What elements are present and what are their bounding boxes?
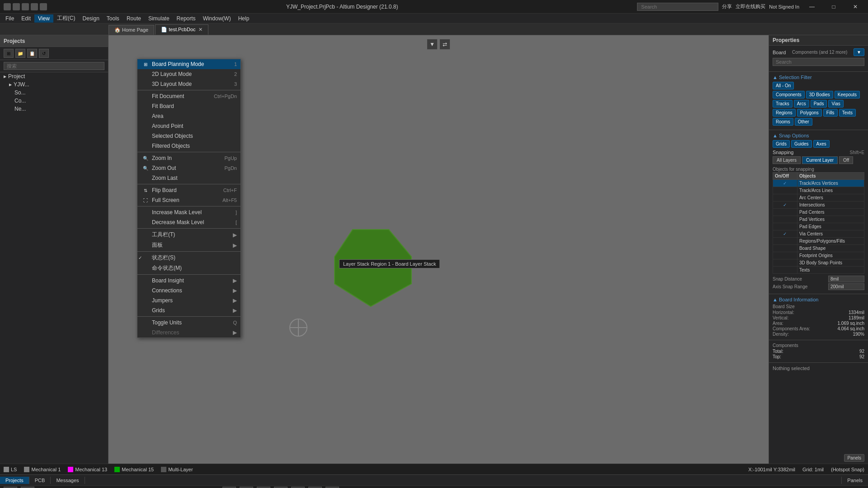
filter-keepouts[interactable]: Keepouts	[835, 91, 860, 99]
filter-btn[interactable]: ▼	[427, 39, 438, 50]
close-button[interactable]: ✕	[846, 0, 864, 14]
filter-other[interactable]: Other	[795, 118, 812, 126]
filter-rooms[interactable]: Rooms	[773, 118, 793, 126]
snap-check-7[interactable]: ✓	[773, 230, 797, 238]
dd-around-point[interactable]: Around Point	[137, 121, 241, 131]
snap-dist-input[interactable]	[828, 276, 864, 282]
dd-zoom-last[interactable]: Zoom Last	[137, 173, 241, 183]
menu-simulate[interactable]: Simulate	[145, 14, 173, 23]
dd-connections[interactable]: Connections ▶	[137, 286, 241, 296]
tab-home-page[interactable]: 🏠 Home Page	[108, 25, 154, 35]
dd-fit-document[interactable]: Fit Document Ctrl+PgDn	[137, 91, 241, 101]
panels-bottom-btn[interactable]: Panels	[841, 477, 868, 484]
dd-increase-mask[interactable]: Increase Mask Level ]	[137, 207, 241, 217]
dd-board-insight[interactable]: Board Insight ▶	[137, 276, 241, 286]
taskbar-btn-5[interactable]: 🌐	[291, 487, 305, 488]
menu-tools[interactable]: Tools	[103, 14, 123, 23]
taskbar-btn-7[interactable]: 📝	[326, 487, 339, 488]
sidebar-btn-2[interactable]: 📁	[15, 49, 25, 58]
dd-grids[interactable]: Grids ▶	[137, 305, 241, 315]
tree-item-co[interactable]: Co...	[0, 97, 108, 105]
snap-table-row[interactable]: Track/Arcs Lines	[773, 187, 864, 194]
tree-item-so[interactable]: So...	[0, 89, 108, 97]
snap-table-row[interactable]: Arc Centers	[773, 194, 864, 202]
flip-btn[interactable]: ⇄	[439, 39, 450, 50]
dd-filtered-objects[interactable]: Filtered Objects	[137, 141, 241, 151]
snap-check-5[interactable]	[773, 216, 797, 223]
dd-2d-layout[interactable]: 2D Layout Mode 2	[137, 69, 241, 79]
axis-snap-input[interactable]	[828, 283, 864, 290]
minimize-button[interactable]: —	[803, 0, 821, 14]
tab-pcb-close[interactable]: ✕	[198, 27, 203, 33]
dd-fit-board[interactable]: Fit Board	[137, 101, 241, 111]
dd-flip-board[interactable]: ⇅ Flip Board Ctrl+F	[137, 185, 241, 195]
menu-file[interactable]: File	[2, 14, 18, 23]
snap-off[interactable]: Off	[839, 156, 853, 164]
dd-status-bar[interactable]: 状态栏(S)	[137, 253, 241, 263]
dd-toggle-units[interactable]: Toggle Units Q	[137, 318, 241, 328]
sidebar-btn-1[interactable]: ⊞	[4, 49, 14, 58]
taskbar-btn-1[interactable]: ⊟	[222, 487, 236, 488]
properties-search[interactable]	[773, 58, 864, 66]
dd-full-screen[interactable]: ⛶ Full Screen Alt+F5	[137, 195, 241, 205]
not-signed-in[interactable]: Not Signed In	[769, 4, 799, 9]
snap-check-3[interactable]: ✓	[773, 202, 797, 209]
filter-tracks[interactable]: Tracks	[773, 100, 793, 108]
maximize-button[interactable]: □	[825, 0, 843, 14]
snap-table-row[interactable]: Regions/Polygons/Fills	[773, 238, 864, 245]
snap-table-row[interactable]: Footprint Origins	[773, 252, 864, 259]
tree-item-project[interactable]: ▶ Project	[0, 72, 108, 80]
menu-window[interactable]: Window(W)	[199, 14, 235, 23]
dd-panels[interactable]: 面板 ▶	[137, 240, 241, 250]
snap-axes-btn[interactable]: Axes	[813, 140, 830, 148]
panels-side-btn[interactable]: Panels	[844, 454, 864, 462]
filter-dropdown-btn[interactable]: ▼	[854, 48, 864, 56]
sidebar-search[interactable]	[4, 62, 104, 70]
buy-btn[interactable]: 立即在线购买	[736, 3, 765, 10]
share-btn[interactable]: 分享	[722, 3, 732, 10]
taskbar-btn-2[interactable]: 📋	[240, 487, 253, 488]
snap-table-row[interactable]: ✓ Via Centers	[773, 230, 864, 238]
taskbar-btn-3[interactable]: 🔷	[257, 487, 270, 488]
tree-item-yjw[interactable]: ▶ YJW...	[0, 80, 108, 89]
dd-selected-objects[interactable]: Selected Objects	[137, 131, 241, 141]
menu-route[interactable]: Route	[123, 14, 145, 23]
snap-check-12[interactable]	[773, 267, 797, 274]
snap-table-row[interactable]: 3D Body Snap Points	[773, 259, 864, 267]
filter-pads[interactable]: Pads	[811, 100, 827, 108]
dd-3d-layout[interactable]: 3D Layout Mode 3	[137, 79, 241, 89]
canvas-area[interactable]: ▼ ⇄ Layer Stack Region 1 - Board Layer S…	[108, 35, 769, 464]
snap-check-2[interactable]	[773, 194, 797, 202]
dd-toolbars[interactable]: 工具栏(T) ▶	[137, 230, 241, 240]
menu-view[interactable]: View	[34, 14, 53, 23]
tab-pcbdoc[interactable]: 📄 test.PcbDoc ✕	[155, 24, 208, 35]
global-search[interactable]	[637, 3, 718, 11]
snap-table-row[interactable]: Pad Centers	[773, 209, 864, 216]
menu-help[interactable]: Help	[235, 14, 253, 23]
dd-board-planning[interactable]: ⊞ Board Planning Mode 1	[137, 59, 241, 69]
snap-grids-btn[interactable]: Grids	[773, 140, 790, 148]
taskbar-btn-4[interactable]: 🔶	[274, 487, 288, 488]
filter-components[interactable]: Components	[773, 91, 805, 99]
tree-item-ne[interactable]: Ne...	[0, 105, 108, 113]
dd-jumpers[interactable]: Jumpers ▶	[137, 296, 241, 305]
snap-check-0[interactable]: ✓	[773, 180, 797, 187]
dd-decrease-mask[interactable]: Decrease Mask Level [	[137, 217, 241, 227]
snap-check-10[interactable]	[773, 252, 797, 259]
menu-edit[interactable]: Edit	[18, 14, 34, 23]
filter-3d-bodies[interactable]: 3D Bodies	[806, 91, 833, 99]
taskbar-btn-6[interactable]: 📁	[308, 487, 322, 488]
dd-zoom-in[interactable]: 🔍 Zoom In PgUp	[137, 153, 241, 163]
snap-all-layers[interactable]: All Layers	[773, 156, 801, 164]
dd-zoom-out[interactable]: 🔍 Zoom Out PgDn	[137, 163, 241, 173]
filter-arcs[interactable]: Arcs	[794, 100, 809, 108]
start-btn[interactable]: ⊞	[4, 487, 17, 488]
filter-all-on[interactable]: All - On	[773, 82, 794, 89]
dd-area[interactable]: Area	[137, 111, 241, 121]
search-taskbar-btn[interactable]: 🔍	[21, 487, 34, 488]
bottom-tab-messages[interactable]: Messages	[51, 477, 85, 484]
filter-regions[interactable]: Regions	[773, 109, 796, 117]
bottom-tab-projects[interactable]: Projects	[0, 477, 29, 484]
snap-table-row[interactable]: Pad Edges	[773, 223, 864, 230]
snap-table-row[interactable]: Board Shape	[773, 245, 864, 252]
